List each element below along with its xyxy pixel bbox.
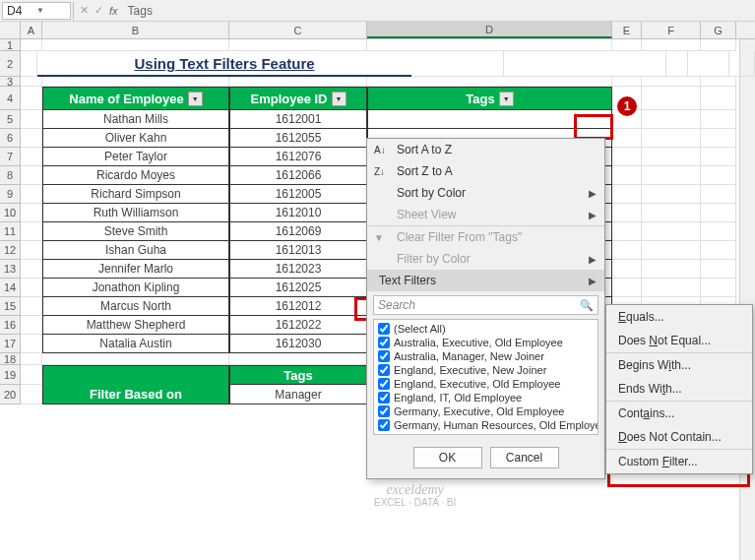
row-header-11[interactable]: 11 — [0, 222, 21, 241]
filter-checkbox[interactable] — [378, 378, 390, 390]
tags-value[interactable]: Manager — [229, 385, 367, 404]
formula-input[interactable]: Tags — [124, 4, 753, 18]
equals-option[interactable]: Equals... — [606, 305, 752, 329]
cell-reference: D4 — [7, 4, 36, 18]
check-icon: ✓ — [94, 4, 103, 17]
employee-name[interactable]: Matthew Shepherd — [42, 316, 229, 335]
row-header-9[interactable]: 9 — [0, 185, 21, 204]
cancel-button[interactable]: Cancel — [490, 447, 559, 468]
row-header-15[interactable]: 15 — [0, 297, 21, 316]
column-header-A[interactable]: A — [21, 22, 42, 38]
employee-name[interactable]: Steve Smith — [42, 222, 229, 241]
employee-id[interactable]: 1612066 — [229, 166, 367, 185]
filter-checkbox[interactable] — [378, 419, 390, 431]
name-box[interactable]: D4 ▼ — [2, 2, 71, 20]
employee-name[interactable]: Richard Simpson — [42, 185, 229, 204]
filter-value-item[interactable]: Germany, Human Resources, Old Employee — [376, 418, 596, 432]
row-header-3[interactable]: 3 — [0, 77, 21, 87]
filter-checkbox[interactable] — [378, 405, 390, 417]
column-header-B[interactable]: B — [42, 22, 229, 38]
employee-id[interactable]: 1612001 — [229, 110, 367, 129]
employee-name[interactable]: Jennifer Marlo — [42, 260, 229, 279]
sort-descending[interactable]: Z↓ Sort Z to A — [367, 160, 604, 182]
filter-button[interactable]: ▼ — [332, 92, 346, 106]
filter-label — [42, 365, 229, 385]
autofilter-dropdown: A↓ Sort A to Z Z↓ Sort Z to A Sort by Co… — [366, 138, 605, 479]
employee-id[interactable]: 1612076 — [229, 148, 367, 166]
employee-name[interactable]: Nathan Mills — [42, 110, 229, 129]
filter-checkbox[interactable] — [378, 337, 390, 348]
filter-button[interactable]: ▼ — [188, 92, 203, 106]
not-contain-option[interactable]: Does Not Contain... — [606, 425, 752, 449]
column-header-F[interactable]: F — [642, 22, 701, 38]
employee-id[interactable]: 1612012 — [229, 297, 367, 316]
fx-icon[interactable]: fx — [109, 5, 118, 17]
sort-by-color[interactable]: Sort by Color ▶ — [367, 182, 604, 204]
contains-option[interactable]: Contains... — [606, 402, 752, 425]
row-header-10[interactable]: 10 — [0, 204, 21, 222]
row-header-19[interactable]: 19 — [0, 365, 21, 385]
formula-controls: ✕ ✓ fx — [76, 4, 122, 17]
employee-id[interactable]: 1612055 — [229, 129, 367, 148]
column-header-C[interactable]: C — [229, 22, 367, 38]
employee-id[interactable]: 1612022 — [229, 316, 367, 335]
row-header-16[interactable]: 16 — [0, 316, 21, 335]
row-header-18[interactable]: 18 — [0, 353, 21, 365]
text-filters[interactable]: Text Filters ▶ — [367, 270, 604, 291]
employee-id[interactable]: 1612030 — [229, 335, 367, 353]
row-header-14[interactable]: 14 — [0, 279, 21, 297]
filter-value-item[interactable]: England, IT, Old Employee — [376, 391, 596, 404]
employee-name[interactable]: Oliver Kahn — [42, 129, 229, 148]
sort-ascending[interactable]: A↓ Sort A to Z — [367, 139, 604, 160]
filter-checkbox[interactable] — [378, 323, 390, 335]
select-all-cell[interactable] — [0, 22, 21, 38]
filter-value-item[interactable]: Australia, Executive, Old Employee — [376, 336, 596, 349]
row-header-8[interactable]: 8 — [0, 166, 21, 185]
row-header-6[interactable]: 6 — [0, 129, 21, 148]
row-header-2[interactable]: 2 — [0, 51, 21, 77]
sort-az-icon: A↓ — [374, 145, 386, 156]
row-header-12[interactable]: 12 — [0, 241, 21, 260]
row-header-17[interactable]: 17 — [0, 335, 21, 353]
column-header-D[interactable]: D — [367, 22, 612, 38]
filter-checkbox[interactable] — [378, 392, 390, 404]
custom-filter-option[interactable]: Custom Filter... — [606, 450, 752, 473]
row-header-4[interactable]: 4 — [0, 87, 21, 110]
filter-value-item[interactable]: Germany, Executive, Old Employee — [376, 404, 596, 418]
employee-name[interactable]: Ricardo Moyes — [42, 166, 229, 185]
employee-id[interactable]: 1612005 — [229, 185, 367, 204]
filter-button-tags[interactable]: ▼ — [499, 92, 514, 106]
employee-id[interactable]: 1612013 — [229, 241, 367, 260]
filter-values-list[interactable]: (Select All)Australia, Executive, Old Em… — [373, 319, 598, 435]
not-equal-option[interactable]: Does Not Equal... — [606, 329, 752, 352]
row-header-7[interactable]: 7 — [0, 148, 21, 166]
column-header-G[interactable]: G — [701, 22, 736, 38]
employee-name[interactable]: Jonathon Kipling — [42, 279, 229, 297]
employee-name[interactable]: Marcus North — [42, 297, 229, 316]
employee-id[interactable]: 1612010 — [229, 204, 367, 222]
column-header-E[interactable]: E — [612, 22, 642, 38]
filter-checkbox[interactable] — [378, 364, 390, 376]
sheet-view: Sheet View ▶ — [367, 204, 604, 225]
employee-name[interactable]: Ruth Williamson — [42, 204, 229, 222]
filter-value-item[interactable]: Australia, Manager, New Joiner — [376, 349, 596, 363]
row-header-13[interactable]: 13 — [0, 260, 21, 279]
row-header-20[interactable]: 20 — [0, 385, 21, 404]
search-input[interactable]: Search 🔍 — [373, 295, 598, 315]
chevron-down-icon[interactable]: ▼ — [36, 6, 66, 15]
row-header-1[interactable]: 1 — [0, 39, 21, 51]
ends-with-option[interactable]: Ends With... — [606, 377, 752, 401]
employee-name[interactable]: Peter Taylor — [42, 148, 229, 166]
employee-name[interactable]: Ishan Guha — [42, 241, 229, 260]
begins-with-option[interactable]: Begins With... — [606, 353, 752, 377]
employee-id[interactable]: 1612023 — [229, 260, 367, 279]
filter-value-item[interactable]: (Select All) — [376, 322, 596, 336]
employee-id[interactable]: 1612025 — [229, 279, 367, 297]
ok-button[interactable]: OK — [413, 447, 482, 468]
filter-value-item[interactable]: England, Executive, Old Employee — [376, 377, 596, 391]
employee-name[interactable]: Natalia Austin — [42, 335, 229, 353]
row-header-5[interactable]: 5 — [0, 110, 21, 129]
employee-id[interactable]: 1612069 — [229, 222, 367, 241]
filter-value-item[interactable]: England, Executive, New Joiner — [376, 363, 596, 377]
filter-checkbox[interactable] — [378, 350, 390, 362]
